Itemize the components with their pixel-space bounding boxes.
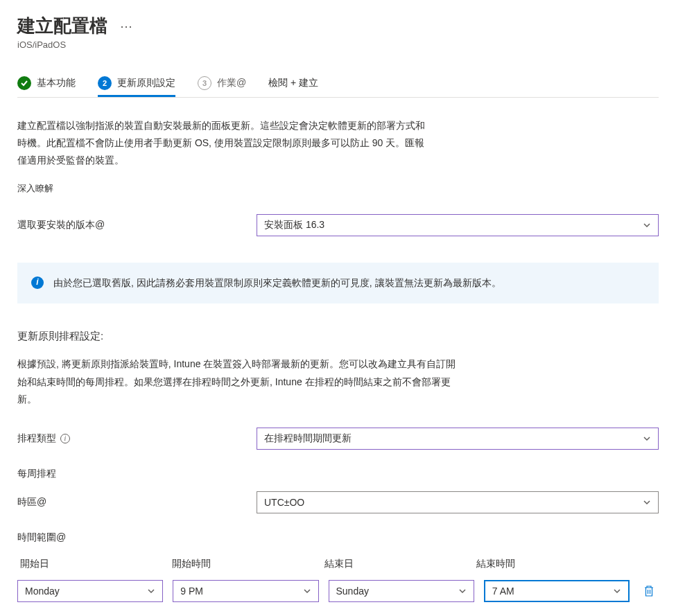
delete-row-button[interactable] — [639, 585, 659, 597]
start-day-value: Monday — [25, 586, 60, 597]
th-start-day: 開始日 — [20, 558, 172, 570]
info-icon: i — [31, 276, 44, 289]
page-title: 建立配置檔 — [17, 14, 107, 38]
info-banner-text: 由於您已選取舊版, 因此請務必套用裝置限制原則來定義軟體更新的可見度, 讓裝置無… — [53, 275, 501, 292]
schedule-heading: 更新原則排程設定: — [17, 330, 659, 343]
description-text: 建立配置檔以強制指派的裝置自動安裝最新的面板更新。這些設定會決定軟體更新的部署方… — [17, 117, 433, 170]
chevron-down-icon — [643, 434, 651, 443]
step-label: 基本功能 — [37, 77, 76, 89]
chevron-down-icon — [458, 587, 467, 595]
step-update-policy[interactable]: 2 更新原則設定 — [98, 76, 175, 97]
version-select-label: 選取要安裝的版本@ — [17, 219, 257, 231]
start-time-select[interactable]: 9 PM — [173, 580, 318, 602]
th-start-time: 開始時間 — [172, 558, 324, 570]
step-label: 檢閱 + 建立 — [268, 77, 318, 89]
table-row: Monday 9 PM Sunday 7 AM — [17, 580, 659, 602]
version-select[interactable]: 安裝面板 16.3 — [257, 214, 659, 236]
schedule-description: 根據預設, 將更新原則指派給裝置時, Intune 在裝置簽入時部署最新的更新。… — [17, 355, 461, 408]
step-review-create[interactable]: 檢閱 + 建立 — [268, 77, 318, 96]
step-number-icon: 2 — [98, 76, 112, 90]
weekly-schedule-label: 每周排程 — [17, 468, 659, 480]
trash-icon — [643, 585, 655, 597]
start-time-value: 9 PM — [180, 586, 203, 597]
timezone-label: 時區@ — [17, 496, 257, 509]
step-number-icon: 3 — [198, 76, 211, 90]
version-select-value: 安裝面板 16.3 — [264, 219, 324, 231]
timezone-value: UTC±OO — [264, 497, 304, 508]
info-banner: i 由於您已選取舊版, 因此請務必套用裝置限制原則來定義軟體更新的可見度, 讓裝… — [17, 263, 659, 304]
more-actions-button[interactable]: ⋯ — [120, 19, 134, 34]
end-time-value: 7 AM — [492, 586, 514, 597]
step-label: 更新原則設定 — [117, 77, 175, 89]
schedule-type-value: 在排程時間期間更新 — [264, 432, 352, 445]
end-time-select[interactable]: 7 AM — [484, 580, 630, 602]
page-subtitle: iOS/iPadOS — [17, 39, 659, 50]
end-day-value: Sunday — [336, 586, 369, 597]
chevron-down-icon — [643, 498, 651, 507]
timerange-label: 時間範圍@ — [17, 531, 659, 544]
learn-more-link[interactable]: 深入瞭解 — [17, 182, 659, 195]
check-icon — [17, 76, 31, 90]
schedule-type-select[interactable]: 在排程時間期間更新 — [257, 428, 659, 450]
th-end-day: 結束日 — [324, 558, 476, 570]
step-assignments[interactable]: 3 作業@ — [198, 76, 246, 97]
stepper: 基本功能 2 更新原則設定 3 作業@ 檢閱 + 建立 — [17, 76, 659, 98]
step-basics[interactable]: 基本功能 — [17, 76, 76, 97]
chevron-down-icon — [613, 587, 621, 595]
chevron-down-icon — [303, 587, 311, 595]
info-tooltip-icon[interactable]: i — [60, 434, 70, 443]
time-table-header: 開始日 開始時間 結束日 結束時間 — [17, 558, 659, 570]
step-label: 作業@ — [217, 77, 246, 89]
chevron-down-icon — [147, 587, 155, 595]
timezone-select[interactable]: UTC±OO — [257, 491, 659, 513]
end-day-select[interactable]: Sunday — [329, 580, 474, 602]
chevron-down-icon — [643, 221, 651, 229]
start-day-select[interactable]: Monday — [17, 580, 163, 602]
schedule-type-label: 排程類型 — [17, 432, 56, 445]
th-end-time: 結束時間 — [476, 558, 628, 570]
